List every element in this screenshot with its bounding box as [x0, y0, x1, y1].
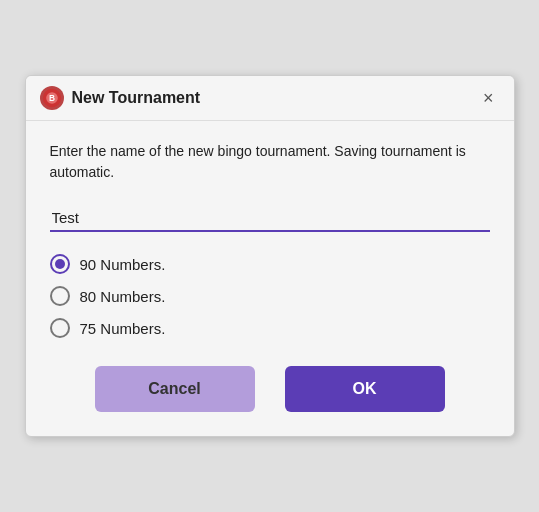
- dialog-title: New Tournament: [72, 89, 201, 107]
- description-text: Enter the name of the new bingo tourname…: [50, 141, 490, 183]
- radio-group: 90 Numbers. 80 Numbers. 75 Numbers.: [50, 254, 490, 338]
- radio-90-label: 90 Numbers.: [80, 256, 166, 273]
- radio-75[interactable]: [50, 318, 70, 338]
- dialog-buttons: Cancel OK: [50, 366, 490, 412]
- radio-75-label: 75 Numbers.: [80, 320, 166, 337]
- radio-80-label: 80 Numbers.: [80, 288, 166, 305]
- radio-label-80[interactable]: 80 Numbers.: [50, 286, 490, 306]
- svg-text:B: B: [48, 93, 54, 103]
- close-button[interactable]: ×: [477, 87, 500, 109]
- radio-label-75[interactable]: 75 Numbers.: [50, 318, 490, 338]
- ok-button[interactable]: OK: [285, 366, 445, 412]
- radio-80[interactable]: [50, 286, 70, 306]
- new-tournament-dialog: B New Tournament × Enter the name of the…: [25, 75, 515, 437]
- cancel-button[interactable]: Cancel: [95, 366, 255, 412]
- radio-90[interactable]: [50, 254, 70, 274]
- app-icon: B: [40, 86, 64, 110]
- radio-label-90[interactable]: 90 Numbers.: [50, 254, 490, 274]
- titlebar-left: B New Tournament: [40, 86, 201, 110]
- dialog-body: Enter the name of the new bingo tourname…: [26, 121, 514, 436]
- tournament-name-input[interactable]: [50, 205, 490, 232]
- dialog-titlebar: B New Tournament ×: [26, 76, 514, 121]
